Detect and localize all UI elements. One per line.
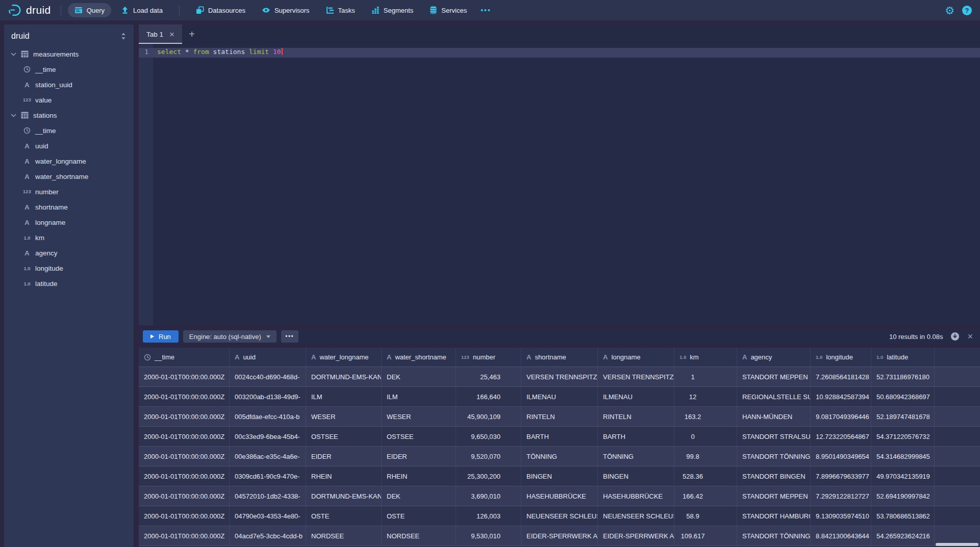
results-header-longitude[interactable]: 1.0longitude <box>811 348 871 367</box>
table-cell[interactable]: 0024cc40-d690-468d- <box>230 367 306 386</box>
sidebar-column-longitude[interactable]: 1.0longitude <box>4 261 134 276</box>
run-button[interactable]: Run <box>143 330 179 343</box>
table-cell[interactable]: DORTMUND-EMS-KANAL <box>306 486 382 506</box>
table-cell[interactable]: 25,300,200 <box>456 466 521 486</box>
table-cell[interactable]: ILM <box>382 387 456 406</box>
results-header-water_shortname[interactable]: Awater_shortname <box>382 348 456 367</box>
results-header-shortname[interactable]: Ashortname <box>521 348 598 367</box>
table-cell[interactable]: 49.970342135919 <box>871 466 935 486</box>
table-cell[interactable]: RHEIN <box>382 466 456 486</box>
table-cell[interactable]: VERSEN TRENNSPITZE <box>598 367 674 386</box>
table-cell[interactable]: STANDORT TÖNNING <box>737 526 811 545</box>
results-header-latitude[interactable]: 1.0latitude <box>871 348 935 367</box>
table-cell[interactable]: EIDER-SPERRWERK AP <box>521 526 598 545</box>
table-cell[interactable]: 2000-01-01T00:00:00.000Z <box>139 466 230 486</box>
table-cell[interactable]: OSTSEE <box>306 427 382 446</box>
sidebar-column-shortname[interactable]: Ashortname <box>4 199 134 215</box>
table-cell[interactable]: 7.2929122812727 <box>811 486 871 506</box>
table-cell[interactable]: 0 <box>674 427 737 446</box>
table-cell[interactable]: STANDORT HAMBURG <box>737 506 811 526</box>
sidebar-table-measurements[interactable]: measurements <box>4 46 134 62</box>
table-cell[interactable]: 166,640 <box>456 387 521 406</box>
sidebar-column-water_longname[interactable]: Awater_longname <box>4 153 134 169</box>
table-cell[interactable]: 58.9 <box>674 506 737 526</box>
table-cell[interactable]: NORDSEE <box>306 526 382 545</box>
results-header-km[interactable]: 1.0km <box>674 348 737 367</box>
table-cell[interactable]: 52.731186976180 <box>871 367 935 386</box>
table-cell[interactable]: 12.723220564867 <box>811 427 871 446</box>
table-cell[interactable]: 9,650,030 <box>456 427 521 446</box>
table-cell[interactable]: DEK <box>382 367 456 386</box>
table-cell[interactable]: 04790e03-4353-4e80- <box>230 506 306 526</box>
table-cell[interactable]: DORTMUND-EMS-KANAL <box>306 367 382 386</box>
table-cell[interactable]: 25,463 <box>456 367 521 386</box>
nav-item-supervisors[interactable]: Supervisors <box>255 3 316 17</box>
table-cell[interactable]: RHEIN <box>306 466 382 486</box>
table-cell[interactable]: 45,900,109 <box>456 407 521 426</box>
table-cell[interactable]: 04572010-1db2-4338- <box>230 486 306 506</box>
table-cell[interactable]: STANDORT BINGEN <box>737 466 811 486</box>
results-header-agency[interactable]: Aagency <box>737 348 811 367</box>
table-cell[interactable]: 2000-01-01T00:00:00.000Z <box>139 387 230 406</box>
tab-tab1[interactable]: Tab 1 × <box>139 24 182 44</box>
table-cell[interactable]: 005dfdae-efcc-410a-b <box>230 407 306 426</box>
sidebar-table-stations[interactable]: stations <box>4 108 134 123</box>
table-cell[interactable]: ILMENAU <box>598 387 674 406</box>
table-cell[interactable]: EIDER <box>306 447 382 466</box>
table-cell[interactable]: 9,530,010 <box>456 526 521 545</box>
sidebar-column-water_shortname[interactable]: Awater_shortname <box>4 169 134 184</box>
new-tab-button[interactable]: + <box>182 24 202 44</box>
sidebar-column-latitude[interactable]: 1.0latitude <box>4 276 134 291</box>
sidebar-column-km[interactable]: 1.0km <box>4 230 134 245</box>
table-cell[interactable]: 9.1309035974510 <box>811 506 871 526</box>
table-cell[interactable]: 8.9501490349654 <box>811 447 871 466</box>
table-cell[interactable]: 52.694190997842 <box>871 486 935 506</box>
table-cell[interactable]: 9,520,070 <box>456 447 521 466</box>
table-cell[interactable]: 163.2 <box>674 407 737 426</box>
close-tab-icon[interactable]: × <box>169 30 174 39</box>
sidebar-column-value[interactable]: 123value <box>4 92 134 108</box>
sidebar-column-__time[interactable]: __time <box>4 62 134 77</box>
results-header-longname[interactable]: Alongname <box>598 348 674 367</box>
table-cell[interactable]: 8.8421300643644 <box>811 526 871 545</box>
sidebar-column-agency[interactable]: Aagency <box>4 245 134 261</box>
results-header-__time[interactable]: __time <box>139 348 230 367</box>
nav-item-tasks[interactable]: Tasks <box>319 3 362 17</box>
table-cell[interactable]: OSTSEE <box>382 427 456 446</box>
table-cell[interactable]: HASEHUBBRÜCKE <box>521 486 598 506</box>
table-cell[interactable]: NORDSEE <box>382 526 456 545</box>
table-cell[interactable]: 166.42 <box>674 486 737 506</box>
table-cell[interactable]: OSTE <box>306 506 382 526</box>
table-cell[interactable]: 528.36 <box>674 466 737 486</box>
table-cell[interactable]: NEUENSEER SCHLEUSE <box>598 506 674 526</box>
table-cell[interactable]: BARTH <box>598 427 674 446</box>
table-cell[interactable]: HASEHUBBRÜCKE <box>598 486 674 506</box>
nav-item-datasources[interactable]: Datasources <box>189 3 252 17</box>
table-cell[interactable]: 7.8996679633977 <box>811 466 871 486</box>
table-cell[interactable]: 52.189747481678 <box>871 407 935 426</box>
table-cell[interactable]: 2000-01-01T00:00:00.000Z <box>139 407 230 426</box>
sidebar-column-number[interactable]: 123number <box>4 184 134 199</box>
table-cell[interactable]: 9.0817049396446 <box>811 407 871 426</box>
table-cell[interactable]: 003200ab-d138-49d9- <box>230 387 306 406</box>
table-cell[interactable]: EIDER <box>382 447 456 466</box>
table-cell[interactable]: 2000-01-01T00:00:00.000Z <box>139 427 230 446</box>
table-cell[interactable]: 10.928842587394 <box>811 387 871 406</box>
gear-icon[interactable]: ⚙ <box>945 5 954 16</box>
table-cell[interactable]: 7.2608564181428 <box>811 367 871 386</box>
sidebar-column-station_uuid[interactable]: Astation_uuid <box>4 77 134 92</box>
table-cell[interactable]: BARTH <box>521 427 598 446</box>
download-icon[interactable] <box>950 332 960 341</box>
table-cell[interactable]: TÖNNING <box>598 447 674 466</box>
table-cell[interactable]: 2000-01-01T00:00:00.000Z <box>139 526 230 545</box>
table-cell[interactable]: 54.314682999845 <box>871 447 935 466</box>
table-cell[interactable]: 53.780686513862 <box>871 506 935 526</box>
table-cell[interactable]: ILMENAU <box>521 387 598 406</box>
sql-editor[interactable]: 1 select * from stations limit 10 <box>139 44 980 325</box>
table-cell[interactable]: HANN-MÜNDEN <box>737 407 811 426</box>
table-cell[interactable]: 12 <box>674 387 737 406</box>
table-cell[interactable]: NEUENSEER SCHLEUSE <box>521 506 598 526</box>
help-icon[interactable]: ? <box>962 6 972 15</box>
results-header-number[interactable]: 123number <box>456 348 521 367</box>
table-cell[interactable]: 1 <box>674 367 737 386</box>
